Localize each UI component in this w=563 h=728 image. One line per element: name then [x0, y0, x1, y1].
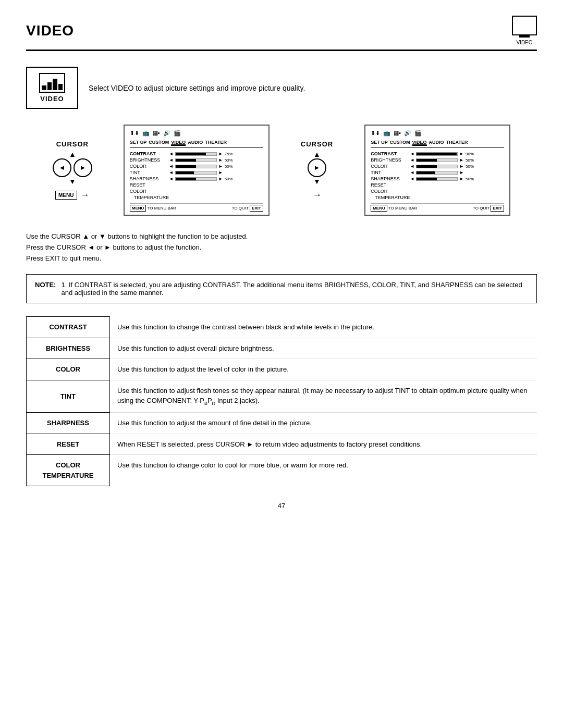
- row-label-temperature-2: TEMPERATURE: [371, 195, 410, 200]
- bar-value-sharpness-1: 50%: [225, 177, 239, 181]
- bar-fill-contrast-1: [176, 153, 206, 155]
- menu-row-tint-2: TINT ◄ ►: [371, 170, 504, 175]
- bar-track-color-2: [416, 165, 458, 168]
- row-label-tint-1: TINT: [130, 170, 169, 175]
- menu-bottom-left-1: MENU TO MENU BAR: [130, 206, 176, 211]
- func-desc-reset: When RESET is selected, press CURSOR ► t…: [110, 434, 537, 455]
- diagram-section: CURSOR ▲ ◄ ► ▼ MENU → ⬆⬇ 📺 ▦▪ 🔊 🎬 SE: [26, 125, 537, 216]
- menu-row-reset-1: RESET: [130, 182, 263, 188]
- menu-row-brightness-2: BRIGHTNESS ◄ ► 50%: [371, 157, 504, 163]
- menu-screen-1: ⬆⬇ 📺 ▦▪ 🔊 🎬 SET UP CUSTOM VIDEO AUDIO TH…: [124, 125, 270, 216]
- cursor-right-only: ►: [308, 158, 326, 177]
- row-bar-brightness-2: ◄ ► 50%: [410, 157, 504, 163]
- menu-tag-label: MENU: [55, 191, 77, 200]
- menu-row-sharpness-2: SHARPNESS ◄ ► 50%: [371, 176, 504, 181]
- menu-tag-row: MENU →: [55, 190, 89, 201]
- bar-track-sharpness-1: [175, 177, 217, 181]
- instruction-2: Press the CURSOR ◄ or ► buttons to adjus…: [26, 242, 537, 253]
- cursor-left-circle: ◄: [53, 158, 71, 177]
- row-bar-tint-2: ◄ ►: [410, 170, 504, 175]
- cursor-lr-right: ►: [308, 158, 326, 177]
- page-number: 47: [26, 502, 537, 510]
- menu-row-temperature-2: TEMPERATURE: [371, 195, 504, 200]
- nav-custom-1: CUSTOM: [149, 140, 169, 146]
- table-row-sharpness: SHARPNESS Use this function to adjust th…: [27, 413, 537, 434]
- bar-value-contrast-1: 75%: [225, 152, 239, 156]
- cursor-lr-row: ◄ ►: [53, 158, 92, 177]
- row-bar-tint-1: ◄ ►: [169, 170, 263, 175]
- menu-bottom-1: MENU TO MENU BAR TO QUIT EXIT: [130, 203, 263, 211]
- row-label-sharpness-1: SHARPNESS: [130, 176, 169, 181]
- func-label-color-temperature: COLORTEMPERATURE: [27, 455, 110, 486]
- menu-row-sharpness-1: SHARPNESS ◄ ► 50%: [130, 176, 263, 181]
- menu-btn-tag-1: MENU: [130, 205, 146, 212]
- bar-track-tint-2: [416, 171, 458, 175]
- nav-icon-tv-2: 📺: [383, 130, 390, 137]
- table-row-contrast: CONTRAST Use this function to change the…: [27, 317, 537, 338]
- arrow-right-contrast-1: ►: [218, 151, 223, 156]
- bar-fill-sharpness-1: [176, 178, 196, 180]
- nav-icon-arrows-2: ⬆⬇: [371, 130, 380, 137]
- instruction-3: Press EXIT to quit menu.: [26, 253, 537, 264]
- row-label-brightness-1: BRIGHTNESS: [130, 157, 169, 163]
- func-desc-tint: Use this function to adjust flesh tones …: [110, 380, 537, 413]
- bar-value-brightness-1: 50%: [225, 158, 239, 163]
- note-content: 1. If CONTRAST is selected, you are adju…: [61, 281, 528, 297]
- arrow-right-to-screen2: →: [312, 190, 322, 201]
- header-icon-label: VIDEO: [516, 40, 532, 45]
- row-bar-contrast-2: ◄ ► 98%: [410, 151, 504, 156]
- nav-theater-2: THEATER: [446, 140, 468, 146]
- nav-icon-video-2: ▦▪: [394, 130, 401, 137]
- note-box: NOTE: 1. If CONTRAST is selected, you ar…: [26, 274, 537, 303]
- page-header: VIDEO VIDEO: [26, 16, 537, 51]
- row-label-sharpness-2: SHARPNESS: [371, 176, 410, 181]
- func-desc-contrast: Use this function to change the contrast…: [110, 317, 537, 338]
- bar-chart-icon: [42, 79, 63, 90]
- bar-value-contrast-2: 98%: [466, 152, 480, 156]
- menu-top-icons-2: ⬆⬇ 📺 ▦▪ 🔊 🎬: [371, 130, 504, 137]
- menu-nav-bar-1: SET UP CUSTOM VIDEO AUDIO THEATER: [130, 140, 263, 148]
- row-label-contrast-2: CONTRAST: [371, 151, 410, 156]
- nav-video-2: VIDEO: [412, 140, 427, 146]
- row-label-reset-1: RESET: [130, 182, 169, 188]
- menu-row-brightness-1: BRIGHTNESS ◄ ► 50%: [130, 157, 263, 163]
- func-desc-brightness: Use this function to adjust overall pict…: [110, 338, 537, 359]
- bar-fill-tint-1: [176, 171, 194, 174]
- video-icon-box: VIDEO: [26, 67, 78, 109]
- row-bar-brightness-1: ◄ ► 50%: [169, 157, 263, 163]
- cursor-label-left: CURSOR: [56, 140, 89, 148]
- row-bar-color-2: ◄ ► 50%: [410, 164, 504, 169]
- menu-row-colortemp-2: COLOR: [371, 189, 504, 194]
- note-point-1: 1. If CONTRAST is selected, you are adju…: [61, 281, 522, 297]
- table-row-reset: RESET When RESET is selected, press CURS…: [27, 434, 537, 455]
- nav-icon-audio: 🔊: [163, 130, 170, 137]
- row-bar-sharpness-1: ◄ ► 50%: [169, 176, 263, 181]
- header-icon: VIDEO: [512, 16, 537, 45]
- left-diagram-row: ▲ ◄ ► ▼: [53, 150, 92, 186]
- menu-row-reset-2: RESET: [371, 182, 504, 188]
- function-table: CONTRAST Use this function to change the…: [26, 316, 537, 486]
- bar-track-contrast-2: [416, 152, 458, 156]
- video-box-label: VIDEO: [40, 95, 64, 103]
- row-bar-color-1: ◄ ► 50%: [169, 164, 263, 169]
- nav-setup-2: SET UP: [371, 140, 388, 146]
- exit-btn-tag-1: EXIT: [250, 205, 263, 212]
- func-label-tint: TINT: [27, 380, 110, 413]
- func-label-brightness: BRIGHTNESS: [27, 338, 110, 359]
- row-bar-contrast-1: ◄ ► 75%: [169, 151, 263, 156]
- bar-value-color-2: 50%: [466, 164, 480, 169]
- nav-audio-2: AUDIO: [429, 140, 444, 146]
- bar-value-color-1: 50%: [225, 164, 239, 169]
- row-label-temperature-1: TEMPERATURE: [130, 195, 169, 200]
- intro-section: VIDEO Select VIDEO to adjust picture set…: [26, 67, 537, 109]
- func-label-contrast: CONTRAST: [27, 317, 110, 338]
- menu-row-contrast-1: CONTRAST ◄ ► 75%: [130, 151, 263, 156]
- nav-audio-1: AUDIO: [188, 140, 203, 146]
- note-label: NOTE:: [35, 281, 56, 297]
- bar-value-brightness-2: 50%: [466, 158, 480, 163]
- menu-row-color-1: COLOR ◄ ► 50%: [130, 164, 263, 169]
- row-label-colortemp-1: COLOR: [130, 189, 169, 194]
- nav-icon-theater: 🎬: [174, 130, 181, 137]
- bar-track-sharpness-2: [416, 177, 458, 181]
- row-label-colortemp-2: COLOR: [371, 189, 410, 194]
